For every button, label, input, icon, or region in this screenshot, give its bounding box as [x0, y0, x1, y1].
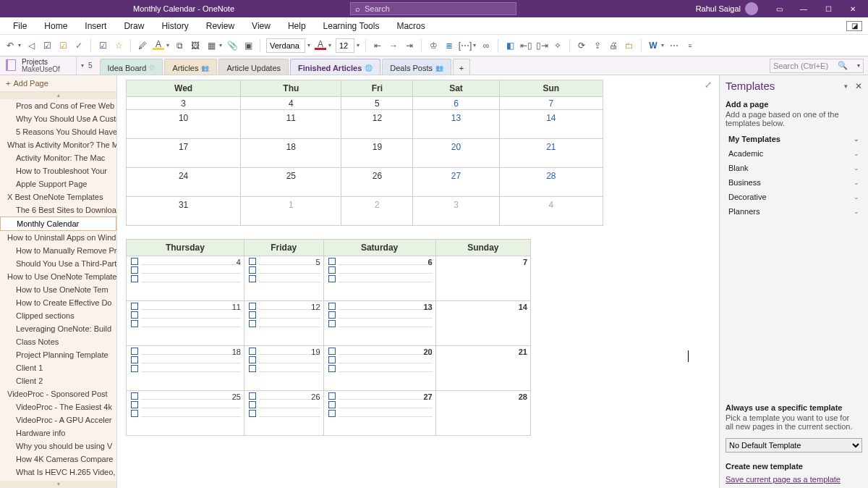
- checkbox[interactable]: [249, 356, 256, 363]
- template-category[interactable]: My Templates⌄: [720, 132, 868, 146]
- checkbox[interactable]: [328, 266, 336, 274]
- checkbox[interactable]: [328, 320, 336, 327]
- checkbox[interactable]: [328, 258, 336, 265]
- font-size-select[interactable]: [336, 38, 354, 53]
- add-section-button[interactable]: +: [453, 59, 470, 75]
- more-icon[interactable]: ⋯: [668, 40, 680, 51]
- checkbox[interactable]: [249, 275, 256, 282]
- scroll-down-button[interactable]: ▾: [0, 481, 116, 488]
- default-template-select[interactable]: No Default Template: [726, 438, 862, 453]
- checkbox[interactable]: [249, 392, 256, 400]
- page-list-item[interactable]: Apple Support Page: [0, 177, 116, 190]
- page-list-item[interactable]: Hardware info: [0, 426, 116, 439]
- checkbox[interactable]: [131, 275, 138, 282]
- brackets-icon[interactable]: [⋯]: [459, 40, 471, 51]
- page-list-item[interactable]: Should You Use a Third-Party: [0, 257, 116, 270]
- page-list-item[interactable]: How to Troubleshoot Your: [0, 164, 116, 177]
- menu-view[interactable]: View: [244, 19, 278, 33]
- global-search[interactable]: ⌕: [350, 2, 516, 15]
- template-category[interactable]: Blank⌄: [720, 161, 868, 175]
- infinity-icon[interactable]: ∞: [480, 40, 492, 51]
- page-list-item[interactable]: Pros and Cons of Free Web H: [0, 99, 116, 112]
- check-icon[interactable]: ✓: [73, 40, 85, 51]
- close-pane-button[interactable]: ✕: [855, 81, 862, 91]
- word-icon[interactable]: W: [647, 40, 659, 51]
- checkbox[interactable]: [328, 356, 336, 363]
- menu-learning-tools[interactable]: Learning Tools: [316, 19, 387, 33]
- page-list-item[interactable]: VideoProc - A GPU Acceler: [0, 413, 116, 426]
- checkbox[interactable]: [131, 320, 138, 327]
- format-painter-icon[interactable]: 🖉: [137, 40, 148, 51]
- expand-icon[interactable]: ⤢: [705, 80, 712, 90]
- link-icon[interactable]: ⧉: [174, 40, 185, 51]
- templates-dropdown-icon[interactable]: ▾: [844, 83, 848, 90]
- checkbox[interactable]: [328, 365, 336, 372]
- collapse-ribbon-icon[interactable]: ◪: [846, 21, 862, 31]
- checkbox[interactable]: [131, 311, 138, 319]
- page-list-item[interactable]: Project Planning Template: [0, 348, 116, 361]
- outdent-icon[interactable]: ⇤: [372, 40, 383, 51]
- checkbox[interactable]: [328, 392, 336, 400]
- export-icon[interactable]: ⇪: [592, 40, 603, 51]
- close-button[interactable]: ✕: [841, 0, 865, 17]
- page-list-item[interactable]: Activity Monitor: The Mac: [0, 151, 116, 164]
- print-icon[interactable]: 🖨: [608, 40, 619, 51]
- page-list-item[interactable]: How to Use OneNote Templates:: [0, 270, 116, 283]
- tab-idea-board[interactable]: Idea Board♡: [100, 59, 163, 75]
- template-category[interactable]: Planners⌄: [720, 204, 868, 219]
- customize-icon[interactable]: ≡: [684, 40, 696, 51]
- menu-history[interactable]: History: [154, 19, 195, 33]
- menu-insert[interactable]: Insert: [77, 19, 114, 33]
- custom-tool1-icon[interactable]: ♔: [427, 40, 439, 51]
- todo-tag-icon[interactable]: ☑: [41, 40, 53, 51]
- checkbox[interactable]: [328, 275, 336, 282]
- page-list-item[interactable]: How to Uninstall Apps on Windo: [0, 231, 116, 244]
- page-list-item[interactable]: VideoProc - Sponsored Post: [0, 387, 116, 400]
- checkbox[interactable]: [131, 401, 138, 408]
- menu-help[interactable]: Help: [281, 19, 313, 33]
- page-canvas[interactable]: ⤢ WedThuFriSatSun 34567 1011121314 17181…: [117, 75, 719, 488]
- undo-icon[interactable]: ↶: [4, 40, 16, 51]
- screen-clip-icon[interactable]: ▣: [242, 40, 254, 51]
- checkbox[interactable]: [328, 401, 336, 408]
- page-list-item[interactable]: VideoProc - The Easiest 4k: [0, 400, 116, 413]
- highlighter-icon[interactable]: A: [153, 41, 164, 50]
- page-list-item[interactable]: Why you should be using V: [0, 439, 116, 453]
- folder-icon[interactable]: 🗀: [624, 40, 635, 51]
- page-list-item[interactable]: Monthly Calendar: [0, 216, 116, 231]
- indent-icon[interactable]: →: [388, 40, 399, 51]
- page-list-item[interactable]: 5 Reasons You Should Have R: [0, 125, 116, 138]
- notebook-dropdown-icon[interactable]: ▾: [77, 62, 88, 69]
- checkbox[interactable]: [249, 311, 256, 319]
- font-family-select[interactable]: [266, 38, 305, 53]
- menu-macros[interactable]: Macros: [389, 19, 432, 33]
- star-tag-icon[interactable]: ☆: [113, 40, 124, 51]
- tab-articles[interactable]: Articles👥: [164, 59, 217, 75]
- pin-icon[interactable]: ✧: [552, 40, 563, 51]
- back-icon[interactable]: ◁: [25, 40, 37, 51]
- important-tag-icon[interactable]: ☑: [97, 40, 109, 51]
- checkbox[interactable]: [249, 348, 256, 355]
- account-name[interactable]: Rahul Saigal: [696, 2, 758, 15]
- attach-icon[interactable]: 📎: [226, 40, 238, 51]
- checkbox[interactable]: [131, 410, 138, 417]
- menu-file[interactable]: File: [6, 19, 34, 33]
- checkbox[interactable]: [328, 311, 336, 319]
- sync-icon[interactable]: ⟳: [576, 40, 587, 51]
- checkbox[interactable]: [131, 348, 138, 355]
- page-list-item[interactable]: Class Notes: [0, 335, 116, 348]
- maximize-button[interactable]: ☐: [816, 0, 841, 17]
- custom-tool2-icon[interactable]: ≣: [443, 40, 455, 51]
- page-list-item[interactable]: How to Use OneNote Tem: [0, 283, 116, 296]
- page-list-item[interactable]: The 6 Best Sites to Download: [0, 203, 116, 216]
- tab-finished-articles[interactable]: Finished Articles🌐: [290, 59, 380, 75]
- page-list-item[interactable]: X Best OneNote Templates: [0, 190, 116, 203]
- template-category[interactable]: Academic⌄: [720, 146, 868, 161]
- checkbox[interactable]: [249, 303, 256, 310]
- dock-prev-icon[interactable]: ⇤▯: [520, 40, 532, 51]
- page-list-item[interactable]: 4 Factors to Consider Whe: [0, 479, 116, 481]
- minimize-button[interactable]: —: [791, 0, 816, 17]
- checkbox[interactable]: [328, 303, 336, 310]
- checkbox[interactable]: [131, 266, 138, 274]
- page-list-item[interactable]: Leveraging OneNote: Build: [0, 322, 116, 335]
